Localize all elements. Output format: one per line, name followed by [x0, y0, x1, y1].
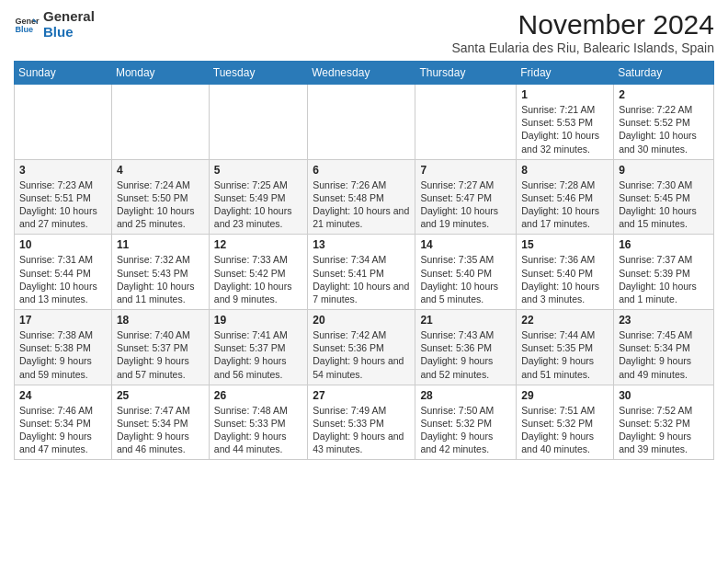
day-number: 7	[420, 164, 511, 177]
day-info: Sunrise: 7:44 AM Sunset: 5:35 PM Dayligh…	[521, 328, 609, 381]
day-cell: 2Sunrise: 7:22 AM Sunset: 5:52 PM Daylig…	[614, 85, 714, 160]
day-info: Sunrise: 7:27 AM Sunset: 5:47 PM Dayligh…	[420, 178, 511, 231]
day-cell: 21Sunrise: 7:43 AM Sunset: 5:36 PM Dayli…	[415, 310, 517, 385]
header-cell-saturday: Saturday	[614, 62, 714, 85]
day-cell	[308, 85, 415, 160]
month-year: November 2024	[451, 9, 714, 40]
day-number: 18	[117, 314, 204, 327]
day-number: 15	[521, 238, 609, 251]
day-number: 21	[420, 314, 511, 327]
day-info: Sunrise: 7:49 AM Sunset: 5:33 PM Dayligh…	[313, 404, 410, 456]
week-row-4: 17Sunrise: 7:38 AM Sunset: 5:38 PM Dayli…	[15, 310, 714, 385]
day-cell: 4Sunrise: 7:24 AM Sunset: 5:50 PM Daylig…	[111, 159, 209, 235]
svg-text:General: General	[15, 16, 40, 25]
day-number: 17	[19, 314, 107, 327]
day-info: Sunrise: 7:22 AM Sunset: 5:52 PM Dayligh…	[619, 103, 709, 155]
day-number: 28	[420, 389, 511, 402]
day-number: 23	[619, 314, 709, 327]
day-cell: 12Sunrise: 7:33 AM Sunset: 5:42 PM Dayli…	[209, 235, 307, 310]
week-row-1: 1Sunrise: 7:21 AM Sunset: 5:53 PM Daylig…	[15, 85, 714, 160]
day-number: 8	[521, 164, 609, 177]
logo-blue: Blue	[43, 25, 95, 40]
day-number: 3	[19, 164, 107, 177]
day-cell: 25Sunrise: 7:47 AM Sunset: 5:34 PM Dayli…	[111, 385, 209, 460]
day-number: 29	[521, 389, 609, 402]
day-cell: 14Sunrise: 7:35 AM Sunset: 5:40 PM Dayli…	[415, 235, 517, 310]
day-cell: 16Sunrise: 7:37 AM Sunset: 5:39 PM Dayli…	[614, 235, 714, 310]
header: General Blue General Blue November 2024 …	[14, 9, 714, 55]
day-cell: 8Sunrise: 7:28 AM Sunset: 5:46 PM Daylig…	[517, 159, 614, 235]
day-number: 12	[214, 238, 302, 251]
day-info: Sunrise: 7:41 AM Sunset: 5:37 PM Dayligh…	[214, 328, 302, 381]
day-info: Sunrise: 7:43 AM Sunset: 5:36 PM Dayligh…	[420, 328, 511, 381]
day-info: Sunrise: 7:48 AM Sunset: 5:33 PM Dayligh…	[214, 404, 302, 456]
calendar-table: SundayMondayTuesdayWednesdayThursdayFrid…	[14, 61, 714, 460]
week-row-2: 3Sunrise: 7:23 AM Sunset: 5:51 PM Daylig…	[15, 159, 714, 235]
day-cell: 15Sunrise: 7:36 AM Sunset: 5:40 PM Dayli…	[517, 235, 614, 310]
day-cell: 27Sunrise: 7:49 AM Sunset: 5:33 PM Dayli…	[308, 385, 415, 460]
day-number: 25	[117, 389, 204, 402]
logo-general: General	[43, 9, 95, 25]
day-info: Sunrise: 7:45 AM Sunset: 5:34 PM Dayligh…	[619, 328, 709, 381]
day-number: 5	[214, 164, 302, 177]
week-row-3: 10Sunrise: 7:31 AM Sunset: 5:44 PM Dayli…	[15, 235, 714, 310]
day-cell: 20Sunrise: 7:42 AM Sunset: 5:36 PM Dayli…	[308, 310, 415, 385]
day-number: 1	[521, 88, 609, 101]
day-info: Sunrise: 7:31 AM Sunset: 5:44 PM Dayligh…	[19, 253, 107, 305]
day-info: Sunrise: 7:24 AM Sunset: 5:50 PM Dayligh…	[117, 178, 204, 231]
day-number: 19	[214, 314, 302, 327]
day-info: Sunrise: 7:40 AM Sunset: 5:37 PM Dayligh…	[117, 328, 204, 381]
day-info: Sunrise: 7:37 AM Sunset: 5:39 PM Dayligh…	[619, 253, 709, 305]
day-info: Sunrise: 7:25 AM Sunset: 5:49 PM Dayligh…	[214, 178, 302, 231]
day-number: 11	[117, 238, 204, 251]
day-info: Sunrise: 7:42 AM Sunset: 5:36 PM Dayligh…	[313, 328, 410, 381]
day-info: Sunrise: 7:33 AM Sunset: 5:42 PM Dayligh…	[214, 253, 302, 305]
day-number: 14	[420, 238, 511, 251]
header-cell-monday: Monday	[111, 62, 209, 85]
day-info: Sunrise: 7:51 AM Sunset: 5:32 PM Dayligh…	[521, 404, 609, 456]
day-info: Sunrise: 7:38 AM Sunset: 5:38 PM Dayligh…	[19, 328, 107, 381]
header-row: SundayMondayTuesdayWednesdayThursdayFrid…	[15, 62, 714, 85]
svg-text:Blue: Blue	[15, 25, 33, 34]
day-cell: 9Sunrise: 7:30 AM Sunset: 5:45 PM Daylig…	[614, 159, 714, 235]
week-row-5: 24Sunrise: 7:46 AM Sunset: 5:34 PM Dayli…	[15, 385, 714, 460]
logo: General Blue General Blue	[14, 9, 95, 40]
day-info: Sunrise: 7:46 AM Sunset: 5:34 PM Dayligh…	[19, 404, 107, 456]
day-info: Sunrise: 7:47 AM Sunset: 5:34 PM Dayligh…	[117, 404, 204, 456]
day-cell: 26Sunrise: 7:48 AM Sunset: 5:33 PM Dayli…	[209, 385, 307, 460]
day-info: Sunrise: 7:21 AM Sunset: 5:53 PM Dayligh…	[521, 103, 609, 155]
header-cell-tuesday: Tuesday	[209, 62, 307, 85]
day-number: 2	[619, 88, 709, 101]
calendar-body: 1Sunrise: 7:21 AM Sunset: 5:53 PM Daylig…	[15, 85, 714, 460]
day-cell: 19Sunrise: 7:41 AM Sunset: 5:37 PM Dayli…	[209, 310, 307, 385]
day-number: 16	[619, 238, 709, 251]
day-cell: 17Sunrise: 7:38 AM Sunset: 5:38 PM Dayli…	[15, 310, 112, 385]
day-cell	[15, 85, 112, 160]
day-cell	[111, 85, 209, 160]
day-cell: 18Sunrise: 7:40 AM Sunset: 5:37 PM Dayli…	[111, 310, 209, 385]
day-number: 13	[313, 238, 410, 251]
day-number: 30	[619, 389, 709, 402]
day-number: 20	[313, 314, 410, 327]
day-info: Sunrise: 7:34 AM Sunset: 5:41 PM Dayligh…	[313, 253, 410, 305]
day-info: Sunrise: 7:52 AM Sunset: 5:32 PM Dayligh…	[619, 404, 709, 456]
day-cell: 1Sunrise: 7:21 AM Sunset: 5:53 PM Daylig…	[517, 85, 614, 160]
day-cell: 7Sunrise: 7:27 AM Sunset: 5:47 PM Daylig…	[415, 159, 517, 235]
header-cell-thursday: Thursday	[415, 62, 517, 85]
day-number: 6	[313, 164, 410, 177]
day-cell: 28Sunrise: 7:50 AM Sunset: 5:32 PM Dayli…	[415, 385, 517, 460]
header-cell-wednesday: Wednesday	[308, 62, 415, 85]
day-number: 10	[19, 238, 107, 251]
day-info: Sunrise: 7:26 AM Sunset: 5:48 PM Dayligh…	[313, 178, 410, 231]
day-cell: 23Sunrise: 7:45 AM Sunset: 5:34 PM Dayli…	[614, 310, 714, 385]
day-info: Sunrise: 7:36 AM Sunset: 5:40 PM Dayligh…	[521, 253, 609, 305]
header-cell-friday: Friday	[517, 62, 614, 85]
day-cell: 10Sunrise: 7:31 AM Sunset: 5:44 PM Dayli…	[15, 235, 112, 310]
day-number: 24	[19, 389, 107, 402]
day-info: Sunrise: 7:50 AM Sunset: 5:32 PM Dayligh…	[420, 404, 511, 456]
day-number: 4	[117, 164, 204, 177]
title-area: November 2024 Santa Eularia des Riu, Bal…	[451, 9, 714, 55]
day-cell: 30Sunrise: 7:52 AM Sunset: 5:32 PM Dayli…	[614, 385, 714, 460]
day-cell: 22Sunrise: 7:44 AM Sunset: 5:35 PM Dayli…	[517, 310, 614, 385]
day-info: Sunrise: 7:35 AM Sunset: 5:40 PM Dayligh…	[420, 253, 511, 305]
